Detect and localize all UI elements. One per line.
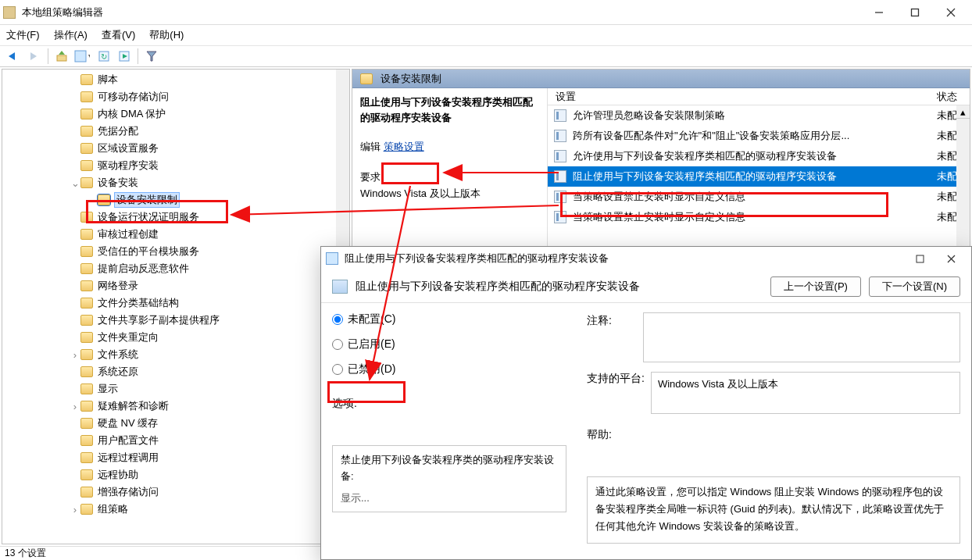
tree-item[interactable]: 提前启动反恶意软件 bbox=[2, 260, 349, 277]
radio-not-configured[interactable]: 未配置(C) bbox=[332, 312, 566, 326]
export-button[interactable] bbox=[115, 48, 134, 65]
tree-item-label: 显示 bbox=[98, 382, 118, 396]
folder-icon bbox=[80, 401, 93, 412]
radio-disabled[interactable]: 已禁用(D) bbox=[332, 362, 566, 376]
folder-icon bbox=[80, 469, 93, 480]
folder-icon bbox=[80, 298, 93, 309]
platform-value: Windows Vista 及以上版本 bbox=[651, 372, 960, 414]
svg-marker-7 bbox=[59, 51, 65, 55]
policy-label: 允许管理员忽略设备安装限制策略 bbox=[573, 109, 932, 123]
tree-item-label: 远程过程调用 bbox=[98, 451, 159, 465]
requirements-value: Windows Vista 及以上版本 bbox=[360, 186, 539, 202]
tree-item[interactable]: 脚本 bbox=[2, 71, 349, 88]
show-button[interactable]: 显示... bbox=[341, 490, 370, 507]
up-button[interactable] bbox=[52, 48, 71, 65]
policy-row[interactable]: 当策略设置禁止安装时显示自定义信息未配置 bbox=[548, 207, 970, 227]
tree-item-label: 文件共享影子副本提供程序 bbox=[98, 313, 220, 327]
tree-item-label: 提前启动反恶意软件 bbox=[98, 262, 189, 276]
tree-item[interactable]: 系统还原 bbox=[2, 363, 349, 380]
tree-item[interactable]: 审核过程创建 bbox=[2, 226, 349, 243]
folder-icon bbox=[80, 229, 93, 240]
tree-item-label: 内核 DMA 保护 bbox=[98, 107, 166, 121]
policy-icon bbox=[554, 109, 566, 122]
tree-item[interactable]: 内核 DMA 保护 bbox=[2, 105, 349, 123]
minimize-button[interactable] bbox=[861, 2, 897, 23]
window-title: 本地组策略编辑器 bbox=[22, 5, 861, 20]
tree-item[interactable]: 凭据分配 bbox=[2, 123, 349, 140]
radio-enabled[interactable]: 已启用(E) bbox=[332, 337, 566, 351]
tree-item[interactable]: 网络登录 bbox=[2, 277, 349, 294]
dialog-close-button[interactable] bbox=[935, 248, 967, 269]
tree-item[interactable]: ⌄设备安装 bbox=[2, 174, 349, 191]
menu-file[interactable]: 文件(F) bbox=[6, 28, 40, 42]
policy-icon bbox=[554, 211, 566, 223]
chevron-right-icon[interactable]: › bbox=[70, 349, 80, 361]
policy-settings-link[interactable]: 策略设置 bbox=[384, 141, 424, 152]
refresh-button[interactable]: ↻ bbox=[95, 48, 113, 65]
folder-icon bbox=[80, 74, 93, 85]
policy-icon bbox=[554, 170, 566, 183]
menu-view[interactable]: 查看(V) bbox=[102, 28, 135, 42]
prev-setting-button[interactable]: 上一个设置(P) bbox=[770, 276, 861, 297]
tree-item[interactable]: ›组策略 bbox=[2, 501, 349, 518]
state-radio-group: 未配置(C) 已启用(E) 已禁用(D) bbox=[332, 312, 566, 376]
folder-icon bbox=[98, 194, 110, 205]
col-state[interactable]: 状态 bbox=[932, 88, 970, 105]
tree-item[interactable]: 文件夹重定向 bbox=[2, 329, 349, 346]
help-box: 通过此策略设置，您可以指定 Windows 阻止安装 Windows 的驱动程序… bbox=[587, 476, 960, 544]
policy-label: 阻止使用与下列设备安装程序类相匹配的驱动程序安装设备 bbox=[573, 169, 932, 184]
menu-help[interactable]: 帮助(H) bbox=[149, 28, 184, 42]
dialog-maximize-button[interactable] bbox=[904, 248, 935, 269]
dialog-icon bbox=[326, 252, 338, 265]
filter-button[interactable] bbox=[142, 48, 161, 65]
tree-item[interactable]: 驱动程序安装 bbox=[2, 157, 349, 174]
policy-row[interactable]: 当策略设置禁止安装时显示自定义信息未配置 bbox=[548, 187, 970, 207]
next-setting-button[interactable]: 下一个设置(N) bbox=[869, 276, 960, 297]
policy-row[interactable]: 允许使用与下列设备安装程序类相匹配的驱动程序安装设备未配置 bbox=[548, 146, 970, 166]
close-button[interactable] bbox=[933, 2, 969, 23]
chevron-down-icon[interactable]: ⌄ bbox=[70, 177, 80, 189]
dialog-title: 阻止使用与下列设备安装程序类相匹配的驱动程序安装设备 bbox=[345, 251, 904, 266]
tree-pane: 脚本可移动存储访问内核 DMA 保护凭据分配区域设置服务驱动程序安装⌄设备安装设… bbox=[2, 69, 350, 544]
tree-item[interactable]: 文件分类基础结构 bbox=[2, 294, 349, 312]
tree-item[interactable]: 设备安装限制 bbox=[2, 191, 349, 209]
chevron-right-icon[interactable]: › bbox=[70, 504, 80, 515]
tree-item[interactable]: 文件共享影子副本提供程序 bbox=[2, 312, 349, 329]
tree-item[interactable]: 可移动存储访问 bbox=[2, 88, 349, 105]
folder-icon bbox=[80, 177, 93, 188]
view-combo[interactable] bbox=[73, 48, 91, 65]
tree-item[interactable]: ›文件系统 bbox=[2, 346, 349, 363]
folder-icon bbox=[360, 73, 373, 84]
comment-label: 注释: bbox=[587, 312, 627, 328]
svg-marker-9 bbox=[88, 55, 90, 58]
policy-row[interactable]: 阻止使用与下列设备安装程序类相匹配的驱动程序安装设备未配置 bbox=[548, 166, 970, 187]
col-setting[interactable]: 设置 bbox=[548, 88, 932, 105]
policy-row[interactable]: 允许管理员忽略设备安装限制策略未配置 bbox=[548, 105, 970, 126]
tree-item[interactable]: 设备运行状况证明服务 bbox=[2, 209, 349, 226]
tree-item[interactable]: 用户配置文件 bbox=[2, 432, 349, 449]
chevron-right-icon[interactable]: › bbox=[70, 401, 80, 412]
tree-item[interactable]: 增强存储访问 bbox=[2, 483, 349, 501]
tree-item[interactable]: ›疑难解答和诊断 bbox=[2, 398, 349, 415]
maximize-button[interactable] bbox=[897, 2, 933, 23]
forward-button[interactable] bbox=[25, 48, 44, 65]
folder-icon bbox=[80, 435, 93, 446]
tree-item[interactable]: 远程协助 bbox=[2, 466, 349, 483]
comment-input[interactable] bbox=[643, 312, 960, 362]
tree-item-label: 受信任的平台模块服务 bbox=[98, 244, 199, 259]
policy-icon bbox=[554, 191, 566, 203]
folder-icon bbox=[80, 487, 93, 498]
tree-item[interactable]: 受信任的平台模块服务 bbox=[2, 243, 349, 260]
folder-icon bbox=[80, 91, 93, 102]
folder-icon bbox=[80, 504, 93, 515]
folder-icon bbox=[80, 452, 93, 463]
folder-icon bbox=[80, 315, 93, 326]
tree-item[interactable]: 远程过程调用 bbox=[2, 449, 349, 466]
tree-item[interactable]: 区域设置服务 bbox=[2, 140, 349, 157]
policy-row[interactable]: 跨所有设备匹配条件对"允许"和"阻止"设备安装策略应用分层...未配置 bbox=[548, 126, 970, 146]
tree-item[interactable]: 显示 bbox=[2, 380, 349, 398]
back-button[interactable] bbox=[5, 48, 23, 65]
menu-action[interactable]: 操作(A) bbox=[54, 28, 88, 42]
help-label: 帮助: bbox=[587, 428, 960, 442]
tree-item[interactable]: 硬盘 NV 缓存 bbox=[2, 415, 349, 432]
